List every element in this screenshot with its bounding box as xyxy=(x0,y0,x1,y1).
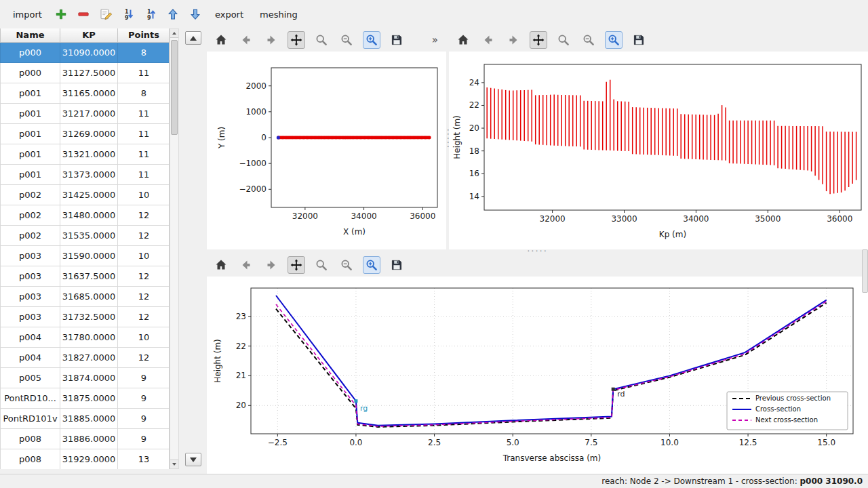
table-row[interactable]: p00831929.000013 xyxy=(1,449,170,469)
subplots-icon[interactable] xyxy=(580,31,597,49)
table-cell: 31827.0000 xyxy=(60,347,118,367)
home-icon[interactable] xyxy=(212,256,230,274)
move-down-icon[interactable] xyxy=(186,5,205,24)
back-icon[interactable] xyxy=(237,256,255,274)
down-triangle-icon xyxy=(172,463,176,466)
splitter-handle-icon: ····· xyxy=(527,250,548,253)
import-button[interactable]: import xyxy=(7,7,48,22)
forward-icon[interactable] xyxy=(262,256,280,274)
table-row[interactable]: p00231480.000012 xyxy=(1,205,170,225)
table-cell: 8 xyxy=(118,83,170,103)
svg-text:2000: 2000 xyxy=(245,81,267,91)
table-row[interactable]: PontRD10...31875.00009 xyxy=(1,388,170,408)
table-row[interactable]: p00331685.000012 xyxy=(1,286,170,306)
table-row[interactable]: p00831886.00009 xyxy=(1,428,170,449)
column-header-name[interactable]: Name xyxy=(1,28,60,42)
scrollbar-down-button[interactable] xyxy=(170,460,178,468)
zoom-icon[interactable] xyxy=(555,31,572,49)
zoom-icon[interactable] xyxy=(313,256,330,274)
table-row[interactable]: p00231535.000012 xyxy=(1,225,170,245)
table-row[interactable]: p00431827.000012 xyxy=(1,347,170,367)
table-row[interactable]: p00131373.000011 xyxy=(1,164,170,184)
column-header-kp[interactable]: KP xyxy=(60,28,118,42)
home-icon[interactable] xyxy=(212,31,230,49)
svg-text:10.0: 10.0 xyxy=(660,438,679,447)
right-scrollbar-thumb[interactable] xyxy=(862,249,868,293)
table-cell: 11 xyxy=(118,103,170,123)
forward-icon[interactable] xyxy=(505,31,522,49)
svg-text:−1000: −1000 xyxy=(239,159,267,168)
add-icon[interactable] xyxy=(52,5,71,24)
table-cell: 31269.0000 xyxy=(60,123,118,144)
scrollbar-up-button[interactable] xyxy=(170,29,178,38)
save-icon[interactable] xyxy=(630,31,648,49)
pan-icon[interactable] xyxy=(288,31,305,49)
table-row[interactable]: p00431780.000010 xyxy=(1,327,170,347)
cross-section-plot-canvas[interactable]: −2.50.02.55.07.510.012.515.020212223Tran… xyxy=(207,277,868,474)
move-up-icon[interactable] xyxy=(164,5,182,24)
table-cell: p008 xyxy=(1,449,60,469)
back-icon[interactable] xyxy=(479,31,497,49)
status-reach-text: reach: Node 2 -> Downstream 1 - cross-se… xyxy=(601,476,800,486)
remove-icon[interactable] xyxy=(75,5,93,24)
svg-text:32000: 32000 xyxy=(540,214,566,224)
table-row[interactable]: p00131165.00008 xyxy=(1,83,170,103)
customize-icon[interactable] xyxy=(363,31,380,49)
table-cell: 9 xyxy=(118,388,170,408)
forward-icon[interactable] xyxy=(262,31,280,49)
home-icon[interactable] xyxy=(454,31,472,49)
svg-text:Cross-section: Cross-section xyxy=(755,405,801,413)
subplots-icon[interactable] xyxy=(338,256,355,274)
plan-plot-canvas[interactable]: 320003400036000−2000−1000010002000X (m)Y… xyxy=(207,52,446,249)
table-cell: 31885.0000 xyxy=(60,408,118,428)
pan-icon[interactable] xyxy=(288,256,305,274)
svg-text:9: 9 xyxy=(147,15,151,21)
table-row[interactable]: p00231425.000010 xyxy=(1,184,170,205)
svg-text:20: 20 xyxy=(236,401,246,410)
table-cell: p001 xyxy=(1,123,60,144)
meshing-button[interactable]: meshing xyxy=(254,7,304,22)
sort-ascending-icon[interactable]: 19 xyxy=(142,5,160,24)
table-row[interactable]: p00131217.000011 xyxy=(1,103,170,123)
table-cell: 31874.0000 xyxy=(60,367,118,388)
column-header-points[interactable]: Points xyxy=(118,28,170,42)
table-cell: 9 xyxy=(118,428,170,449)
back-icon[interactable] xyxy=(237,31,255,49)
section-up-button[interactable] xyxy=(185,31,201,45)
pan-icon[interactable] xyxy=(530,31,547,49)
table-row[interactable]: p00131321.000011 xyxy=(1,144,170,164)
section-down-button[interactable] xyxy=(185,453,201,466)
svg-text:34000: 34000 xyxy=(351,211,376,221)
table-row[interactable]: p00031090.00008 xyxy=(1,42,170,62)
customize-icon[interactable] xyxy=(363,256,380,274)
subplots-icon[interactable] xyxy=(338,31,355,49)
table-row[interactable]: p00531874.00009 xyxy=(1,367,170,388)
save-icon[interactable] xyxy=(388,256,406,274)
table-scrollbar[interactable] xyxy=(170,28,179,469)
table-row[interactable]: p00131269.000011 xyxy=(1,123,170,144)
svg-text:14: 14 xyxy=(469,192,479,201)
sort-descending-icon[interactable]: 19 xyxy=(119,5,138,24)
table-row[interactable]: PontRD101v31885.00009 xyxy=(1,408,170,428)
save-icon[interactable] xyxy=(388,31,406,49)
table-cell: 31875.0000 xyxy=(60,388,118,408)
table-cell: p000 xyxy=(1,42,60,62)
svg-text:23: 23 xyxy=(236,312,246,321)
zoom-icon[interactable] xyxy=(313,31,330,49)
table-row[interactable]: p00031127.500011 xyxy=(1,62,170,83)
toolbar-overflow-button[interactable]: » xyxy=(429,34,441,46)
table-cell: 12 xyxy=(118,286,170,306)
table-cell: 31090.0000 xyxy=(60,42,118,62)
table-cell: p005 xyxy=(1,367,60,388)
customize-icon[interactable] xyxy=(605,31,623,49)
edit-icon[interactable] xyxy=(97,5,115,24)
table-row[interactable]: p00331637.500012 xyxy=(1,266,170,286)
table-cell: PontRD10... xyxy=(1,388,60,408)
svg-text:Kp (m): Kp (m) xyxy=(659,230,686,239)
table-row[interactable]: p00331732.500012 xyxy=(1,306,170,327)
scrollbar-thumb[interactable] xyxy=(171,40,178,135)
longitudinal-plot-canvas[interactable]: 3200033000340003500036000141618202224Kp … xyxy=(449,52,868,249)
export-button[interactable]: export xyxy=(209,7,250,22)
cross-section-plot-panel: −2.50.02.55.07.510.012.515.020212223Tran… xyxy=(207,253,868,474)
table-row[interactable]: p00331590.000010 xyxy=(1,245,170,266)
